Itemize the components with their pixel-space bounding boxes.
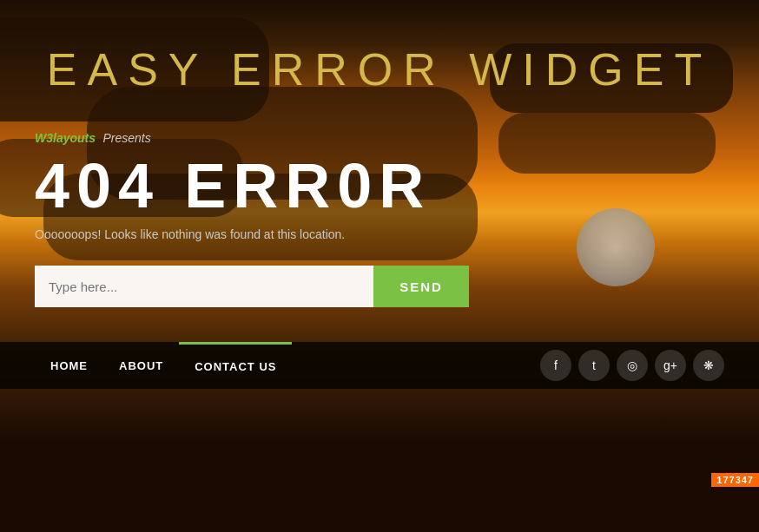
presenter-line: W3layouts Presents [35, 130, 724, 146]
nav-links: HOME ABOUT CONTACT US [35, 342, 292, 389]
social-icons: f t ◎ g+ ❋ [540, 350, 724, 381]
nav-item-contact[interactable]: CONTACT US [179, 342, 292, 389]
navbar: HOME ABOUT CONTACT US f t ◎ g+ ❋ [0, 342, 759, 389]
search-bar: SEND [35, 266, 469, 307]
presenter-brand: W3layouts [35, 131, 96, 145]
site-title: EASY ERROR WIDGET [35, 26, 724, 130]
google-plus-icon[interactable]: g+ [655, 350, 686, 381]
send-button[interactable]: SEND [373, 266, 469, 307]
twitter-icon[interactable]: t [578, 350, 610, 381]
presenter-text: Presents [102, 131, 150, 145]
dribbble-icon[interactable]: ❋ [693, 350, 724, 381]
watermark-badge: 177347 [711, 473, 759, 487]
search-input[interactable] [35, 266, 373, 307]
nav-item-home[interactable]: HOME [35, 342, 103, 389]
instagram-icon[interactable]: ◎ [617, 350, 648, 381]
error-heading: 404 ERR0R [35, 154, 724, 217]
main-content: EASY ERROR WIDGET W3layouts Presents 404… [0, 0, 759, 307]
nav-item-about[interactable]: ABOUT [103, 342, 179, 389]
facebook-icon[interactable]: f [540, 350, 571, 381]
error-description: Ooooooops! Looks like nothing was found … [35, 227, 724, 241]
